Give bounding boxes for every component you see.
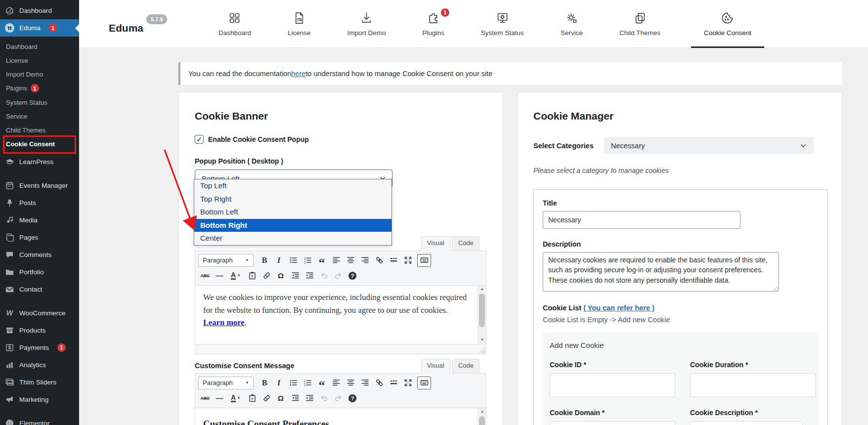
cookie-list-refer-link[interactable]: ( You can refer here ) (583, 304, 654, 312)
tab-import-demo[interactable]: Import Demo (342, 0, 392, 48)
clear-formatting-button[interactable] (260, 392, 273, 405)
link-button[interactable] (372, 254, 386, 267)
special-character-button[interactable]: Ω (274, 269, 288, 282)
sidebar-sub-service[interactable]: Service (0, 109, 79, 123)
link-button[interactable] (372, 377, 386, 389)
bullet-list-button[interactable] (286, 377, 300, 389)
editor1-visual-tab[interactable]: Visual (421, 236, 450, 251)
align-right-button[interactable] (358, 377, 372, 389)
editor1-code-tab[interactable]: Code (452, 236, 479, 250)
redo-button[interactable] (331, 392, 345, 405)
cookie-domain-input[interactable] (550, 421, 675, 425)
fullscreen-button[interactable] (401, 377, 415, 389)
scroll-up-icon[interactable]: ▲ (478, 286, 486, 293)
sidebar-sub-cookie-consent[interactable]: Cookie Consent (0, 137, 79, 151)
paragraph-format-select[interactable]: Paragraph▼ (198, 254, 254, 267)
sidebar-item-media[interactable]: Media (0, 212, 79, 229)
sidebar-item-thim-sliders[interactable]: Thim Sliders (0, 374, 79, 391)
horizontal-rule-button[interactable]: — (213, 392, 226, 405)
customise-message-content[interactable]: Customise Consent Preferences ▲ (195, 408, 486, 425)
consent-message-content[interactable]: We use cookies to improve your experienc… (195, 286, 486, 344)
align-left-button[interactable] (329, 377, 343, 389)
undo-button[interactable] (317, 269, 331, 282)
option-bottom-right[interactable]: Bottom Right (194, 219, 391, 232)
sidebar-item-elementor[interactable]: Elementor (0, 415, 79, 425)
redo-button[interactable] (331, 269, 345, 282)
outdent-button[interactable] (288, 392, 302, 405)
enable-popup-checkbox[interactable]: ✓ (195, 135, 204, 144)
category-description-textarea[interactable]: Necessary cookies are required to enable… (543, 252, 779, 292)
tab-plugins[interactable]: 1 Plugins (417, 0, 450, 48)
sidebar-sub-license[interactable]: License (0, 53, 79, 67)
numbered-list-button[interactable]: 123 (301, 254, 314, 267)
indent-button[interactable] (303, 392, 316, 405)
tab-system-status[interactable]: System Status (475, 0, 530, 48)
sidebar-item-analytics[interactable]: Analytics (0, 356, 79, 374)
toolbar-toggle-button[interactable] (417, 377, 431, 389)
clear-formatting-button[interactable] (260, 269, 273, 282)
align-center-button[interactable] (344, 377, 357, 389)
help-button[interactable]: ? (346, 392, 359, 405)
category-title-input[interactable] (543, 211, 740, 229)
sidebar-item-products[interactable]: Products (0, 322, 79, 339)
strikethrough-button[interactable]: ABC (198, 269, 212, 282)
indent-button[interactable] (303, 269, 316, 282)
sidebar-item-pages[interactable]: Pages (0, 229, 79, 246)
sidebar-item-learnpress[interactable]: LearnPress (0, 153, 79, 170)
tab-service[interactable]: Service (555, 0, 589, 48)
sidebar-item-events-manager[interactable]: Events Manager (0, 177, 79, 194)
sidebar-sub-dashboard[interactable]: Dashboard (0, 40, 79, 53)
bullet-list-button[interactable] (286, 254, 300, 267)
sidebar-item-posts[interactable]: Posts (0, 194, 79, 212)
special-character-button[interactable]: Ω (274, 392, 288, 405)
category-select[interactable]: Necessary (604, 137, 814, 154)
tab-child-themes[interactable]: Child Themes (613, 0, 666, 48)
help-button[interactable]: ? (346, 269, 359, 282)
paragraph-format-select[interactable]: Paragraph▼ (198, 377, 254, 389)
horizontal-rule-button[interactable]: — (213, 269, 226, 282)
tab-dashboard[interactable]: Dashboard (213, 0, 257, 48)
option-top-right[interactable]: Top Right (194, 193, 391, 206)
cookie-duration-input[interactable] (690, 373, 816, 397)
sidebar-sub-child-themes[interactable]: Child Themes (0, 123, 79, 137)
sidebar-item-comments[interactable]: Comments (0, 246, 79, 263)
cookie-description-textarea[interactable] (690, 421, 803, 425)
learn-more-link[interactable]: Learn more (203, 318, 245, 327)
editor2-scrollbar[interactable]: ▲ (477, 408, 486, 425)
option-center[interactable]: Center (194, 232, 391, 245)
undo-button[interactable] (317, 392, 331, 405)
paste-as-text-button[interactable]: T (245, 392, 259, 405)
sidebar-item-marketing[interactable]: Marketing (0, 391, 79, 408)
text-color-button[interactable]: A▼ (227, 269, 245, 282)
sidebar-item-dashboard[interactable]: Dashboard (0, 0, 79, 19)
bold-button[interactable]: B (258, 377, 271, 389)
resize-grip-icon[interactable] (479, 347, 485, 353)
bold-button[interactable]: B (258, 254, 271, 267)
paste-as-text-button[interactable]: T (245, 269, 259, 282)
sidebar-sub-import-demo[interactable]: Import Demo (0, 67, 79, 81)
align-left-button[interactable] (329, 254, 343, 267)
sidebar-sub-system-status[interactable]: System Status (0, 95, 79, 109)
editor1-scrollbar[interactable]: ▲ ▼ (477, 286, 486, 344)
option-top-left[interactable]: Top Left (194, 179, 391, 193)
sidebar-sub-plugins[interactable]: Plugins1 (0, 81, 79, 95)
blockquote-button[interactable]: “ (315, 377, 329, 389)
strikethrough-button[interactable]: ABC (198, 392, 212, 405)
align-center-button[interactable] (344, 254, 357, 267)
scroll-thumb[interactable] (479, 416, 485, 425)
italic-button[interactable]: I (272, 377, 286, 389)
option-bottom-left[interactable]: Bottom Left (194, 206, 391, 219)
editor2-code-tab[interactable]: Code (452, 359, 479, 373)
scroll-down-icon[interactable]: ▼ (478, 337, 486, 344)
read-more-button[interactable] (387, 377, 400, 389)
documentation-link[interactable]: here (291, 70, 305, 78)
blockquote-button[interactable]: “ (315, 254, 329, 267)
sidebar-item-woocommerce[interactable]: W WooCommerce (0, 304, 79, 322)
scroll-up-icon[interactable]: ▲ (478, 408, 486, 416)
align-right-button[interactable] (358, 254, 372, 267)
sidebar-item-payments[interactable]: $ Payments 1 (0, 339, 79, 356)
sidebar-item-portfolio[interactable]: Portfolio (0, 263, 79, 281)
read-more-button[interactable] (387, 254, 400, 267)
italic-button[interactable]: I (272, 254, 286, 267)
outdent-button[interactable] (288, 269, 302, 282)
